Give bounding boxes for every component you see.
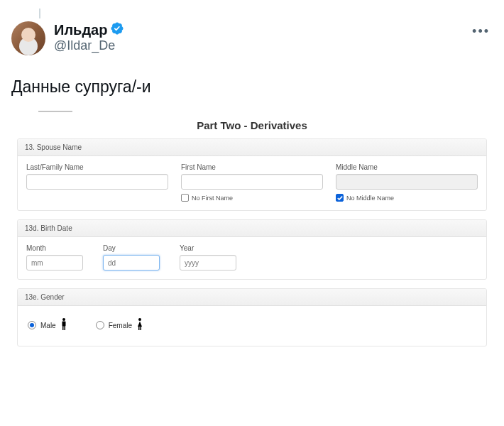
middle-name-input (336, 174, 478, 190)
tweet-container: Ильдар @Ildar_De ••• Данные супруга/-и P… (0, 0, 504, 369)
form-tab-indicator (38, 111, 72, 112)
male-icon (60, 317, 67, 333)
spouse-name-header: 13. Spouse Name (18, 139, 486, 156)
month-input[interactable] (26, 255, 83, 271)
embedded-form-image: Part Two - Derivatives 13. Spouse Name L… (11, 111, 493, 361)
thread-connector (39, 9, 40, 18)
avatar[interactable] (11, 21, 45, 55)
spouse-name-card: 13. Spouse Name Last/Family Name First N… (17, 138, 487, 211)
no-first-name-checkbox[interactable] (181, 194, 189, 202)
year-label: Year (180, 244, 243, 252)
gender-male-option[interactable]: Male (28, 317, 67, 333)
svg-rect-1 (62, 322, 65, 327)
no-first-name-label: No First Name (192, 195, 233, 202)
svg-point-4 (138, 318, 141, 321)
verified-icon (110, 21, 124, 38)
svg-rect-2 (62, 326, 64, 330)
first-name-input[interactable] (181, 174, 323, 190)
month-label: Month (26, 244, 90, 252)
tweet-text: Данные супруга/-и (11, 75, 493, 98)
gender-male-radio[interactable] (28, 321, 36, 329)
gender-male-label: Male (40, 322, 56, 329)
username[interactable]: @Ildar_De (54, 38, 469, 53)
display-name[interactable]: Ильдар (54, 22, 107, 38)
gender-card: 13e. Gender Male Female (17, 288, 487, 346)
middle-name-label: Middle Name (336, 163, 478, 171)
svg-rect-5 (138, 327, 140, 330)
no-middle-name-label: No Middle Name (346, 195, 394, 202)
gender-female-radio[interactable] (96, 321, 104, 329)
gender-female-option[interactable]: Female (96, 317, 143, 333)
first-name-label: First Name (181, 163, 323, 171)
more-button[interactable]: ••• (469, 21, 493, 42)
no-middle-name-checkbox[interactable] (336, 194, 344, 202)
day-label: Day (103, 244, 167, 252)
svg-rect-6 (141, 327, 142, 330)
female-icon (136, 317, 143, 333)
last-name-input[interactable] (26, 174, 168, 190)
svg-point-0 (62, 318, 65, 321)
tweet-header: Ильдар @Ildar_De ••• (11, 21, 493, 55)
day-input[interactable] (103, 255, 160, 271)
birth-date-card: 13d. Birth Date Month Day Year (17, 219, 487, 280)
last-name-label: Last/Family Name (26, 163, 168, 171)
year-input[interactable] (180, 255, 236, 271)
svg-rect-3 (64, 326, 65, 330)
gender-header: 13e. Gender (18, 289, 486, 306)
form-title: Part Two - Derivatives (17, 115, 487, 138)
gender-female-label: Female (109, 322, 132, 329)
birth-date-header: 13d. Birth Date (18, 220, 486, 237)
